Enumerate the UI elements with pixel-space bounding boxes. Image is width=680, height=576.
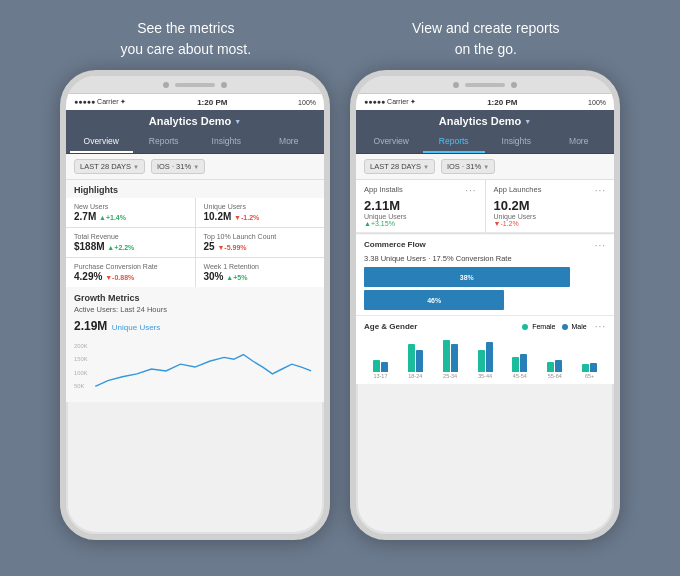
- filter-days-label-right: LAST 28 DAYS: [370, 162, 421, 171]
- filter-days-label-left: LAST 28 DAYS: [80, 162, 131, 171]
- svg-text:50K: 50K: [74, 383, 84, 389]
- age-bar-male-25: [451, 344, 458, 372]
- nav-title-text-left: Analytics Demo: [149, 115, 232, 127]
- tab-bar-left: Overview Reports Insights More: [66, 131, 324, 154]
- tab-overview-left[interactable]: Overview: [70, 131, 133, 153]
- age-label-45: 45-54: [513, 373, 527, 379]
- filter-row-left: LAST 28 DAYS ▼ IOS · 31% ▼: [66, 154, 324, 180]
- tab-more-left[interactable]: More: [258, 131, 321, 153]
- speaker-bar: [175, 83, 215, 87]
- svg-text:200K: 200K: [74, 343, 88, 349]
- commerce-section: Commerce Flow ··· 3.38 Unique Users · 17…: [356, 235, 614, 316]
- tab-reports-left[interactable]: Reports: [133, 131, 196, 153]
- status-carrier-right: ●●●●● Carrier ✦: [364, 98, 416, 106]
- card-launches-change: ▼-1.2%: [494, 220, 519, 227]
- legend-female-dot: [522, 324, 528, 330]
- growth-section: Growth Metrics Active Users: Last 24 Hou…: [66, 288, 324, 337]
- growth-link[interactable]: Unique Users: [112, 323, 160, 332]
- card-installs-header: App Installs ···: [364, 185, 477, 196]
- filter-days-left[interactable]: LAST 28 DAYS ▼: [74, 159, 145, 174]
- metric-conversion-change: ▼-0.88%: [105, 274, 134, 281]
- age-label-35: 35-44: [478, 373, 492, 379]
- tab-overview-right[interactable]: Overview: [360, 131, 423, 153]
- legend-male-dot: [562, 324, 568, 330]
- commerce-header: Commerce Flow ···: [364, 240, 606, 251]
- funnel-bar-2-label: 46%: [427, 297, 441, 304]
- commerce-stats: 3.38 Unique Users · 17.5% Conversion Rat…: [364, 254, 606, 263]
- age-header: Age & Gender Female Male: [364, 321, 606, 332]
- commerce-users: 3.38 Unique Users: [364, 254, 426, 263]
- filter-platform-arrow: ▼: [193, 164, 199, 170]
- nav-bar-left: Analytics Demo ▼: [66, 110, 324, 131]
- age-dots[interactable]: ···: [595, 321, 606, 332]
- metric-new-users-change: ▲+1.4%: [99, 214, 126, 221]
- filter-days-right[interactable]: LAST 28 DAYS ▼: [364, 159, 435, 174]
- card-installs-change: ▲+3.15%: [364, 220, 395, 227]
- tab-reports-right[interactable]: Reports: [423, 131, 486, 153]
- nav-chevron-left: ▼: [234, 118, 241, 125]
- metric-retention-value: 30% ▲+5%: [204, 271, 317, 282]
- age-bars-35: [478, 342, 493, 372]
- funnel-bars: 38% 46%: [364, 267, 606, 310]
- metric-conversion-value: 4.29% ▼-0.88%: [74, 271, 187, 282]
- card-launches-sub: Unique Users ▼-1.2%: [494, 213, 607, 227]
- top-cards: App Installs ··· 2.11M Unique Users ▲+3.…: [356, 180, 614, 234]
- funnel-bar-1-label: 38%: [460, 274, 474, 281]
- funnel-bar-1: 38%: [364, 267, 570, 287]
- metric-launch-count: Top 10% Launch Count 25 ▼-5.99%: [196, 228, 325, 257]
- card-installs-dots[interactable]: ···: [465, 185, 476, 196]
- card-installs-title: App Installs: [364, 185, 403, 194]
- legend-female-label: Female: [532, 323, 555, 330]
- age-chart: 13-17 18-24 25-34: [364, 334, 606, 379]
- commerce-title: Commerce Flow: [364, 240, 426, 251]
- age-bar-male-45: [520, 354, 527, 372]
- metric-new-users-value: 2.7M ▲+1.4%: [74, 211, 187, 222]
- age-label-55: 55-64: [548, 373, 562, 379]
- tagline-left: See the metrics you care about most.: [120, 18, 251, 60]
- age-group-25: 25-34: [434, 340, 467, 379]
- status-bar-right: ●●●●● Carrier ✦ 1:20 PM 100%: [356, 94, 614, 110]
- metric-revenue-change: ▲+2.2%: [107, 244, 134, 251]
- filter-days-arrow-right: ▼: [423, 164, 429, 170]
- tab-insights-right[interactable]: Insights: [485, 131, 548, 153]
- card-launches-title: App Launches: [494, 185, 542, 194]
- age-bar-female-25: [443, 340, 450, 372]
- card-launches-value: 10.2M: [494, 198, 607, 213]
- status-battery-right: 100%: [588, 99, 606, 106]
- filter-platform-label-left: IOS · 31%: [157, 162, 191, 171]
- tagline-right-line1: View and create reports: [412, 20, 560, 36]
- svg-text:150K: 150K: [74, 356, 88, 362]
- metric-unique-users-value: 10.2M ▼-1.2%: [204, 211, 317, 222]
- status-carrier-left: ●●●●● Carrier ✦: [74, 98, 126, 106]
- metric-revenue-value: $188M ▲+2.2%: [74, 241, 187, 252]
- tab-insights-left[interactable]: Insights: [195, 131, 258, 153]
- tab-more-right[interactable]: More: [548, 131, 611, 153]
- metric-retention: Week 1 Retention 30% ▲+5%: [196, 258, 325, 287]
- svg-text:100K: 100K: [74, 370, 88, 376]
- metric-unique-users-label: Unique Users: [204, 203, 317, 210]
- age-label-18: 18-24: [408, 373, 422, 379]
- filter-platform-right[interactable]: IOS · 31% ▼: [441, 159, 495, 174]
- legend-male: Male: [562, 323, 587, 330]
- age-title: Age & Gender: [364, 322, 417, 331]
- growth-value-row: 2.19M Unique Users: [74, 316, 316, 334]
- tagline-left-line1: See the metrics: [137, 20, 234, 36]
- status-bar-left: ●●●●● Carrier ✦ 1:20 PM 100%: [66, 94, 324, 110]
- filter-row-right: LAST 28 DAYS ▼ IOS · 31% ▼: [356, 154, 614, 180]
- funnel-bar-2: 46%: [364, 290, 504, 310]
- metric-new-users: New Users 2.7M ▲+1.4%: [66, 198, 195, 227]
- commerce-dots[interactable]: ···: [595, 240, 606, 251]
- nav-chevron-right: ▼: [524, 118, 531, 125]
- phone-right: ●●●●● Carrier ✦ 1:20 PM 100% Analytics D…: [350, 70, 620, 540]
- tagline-right-line2: on the go.: [455, 41, 517, 57]
- status-battery-left: 100%: [298, 99, 316, 106]
- age-bars-55: [547, 360, 562, 372]
- filter-platform-left[interactable]: IOS · 31% ▼: [151, 159, 205, 174]
- metric-revenue: Total Revenue $188M ▲+2.2%: [66, 228, 195, 257]
- card-installs-sub: Unique Users ▲+3.15%: [364, 213, 477, 227]
- filter-platform-label-right: IOS · 31%: [447, 162, 481, 171]
- card-app-installs: App Installs ··· 2.11M Unique Users ▲+3.…: [356, 180, 485, 233]
- card-app-launches: App Launches ··· 10.2M Unique Users ▼-1.…: [486, 180, 615, 233]
- card-launches-dots[interactable]: ···: [595, 185, 606, 196]
- metric-retention-change: ▲+5%: [226, 274, 247, 281]
